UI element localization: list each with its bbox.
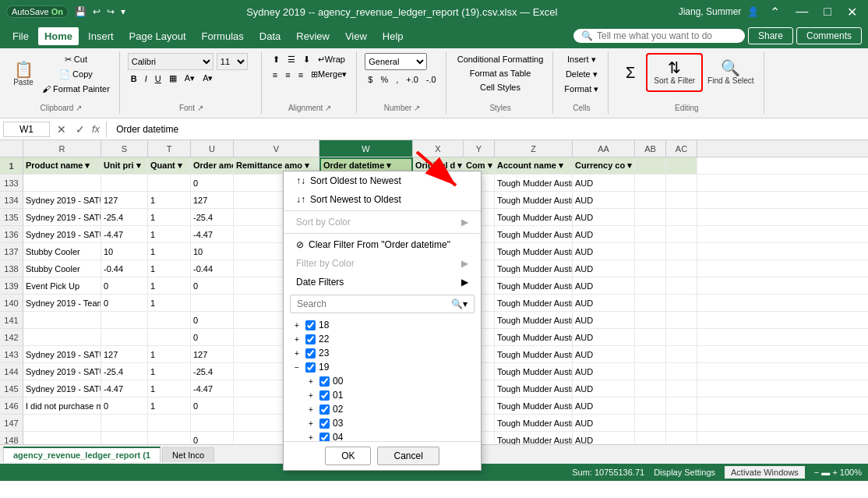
cell-U134[interactable]: 127 [191,192,234,208]
cell-T146[interactable]: 1 [148,397,191,414]
cell-U143[interactable]: 127 [191,346,234,362]
cell-U141[interactable]: 0 [191,312,234,328]
cell-AC148[interactable] [666,432,697,444]
cell-R142[interactable] [23,329,101,345]
align-center-button[interactable]: ≡ [282,69,293,81]
cell-AC144[interactable] [666,363,697,380]
fill-color-button[interactable]: A▾ [182,72,198,85]
formula-input[interactable] [113,122,865,136]
cell-AA144[interactable]: AUD [573,363,635,380]
cell-AA136[interactable]: AUD [573,226,635,242]
cell-AB139[interactable] [635,277,666,294]
cell-R136[interactable]: Sydney 2019 - SATUR [23,226,101,242]
cell-T144[interactable]: 1 [148,363,191,380]
merge-button[interactable]: ⊞Merge▾ [308,68,350,81]
cell-AC136[interactable] [666,226,697,242]
cell-AA133[interactable]: AUD [573,175,635,191]
cell-U148[interactable]: 0 [191,432,234,444]
undo-icon[interactable]: ↩ [93,6,101,17]
menu-view[interactable]: View [339,27,373,45]
cell-R134[interactable]: Sydney 2019 - SATUR [23,192,101,208]
col-header-Y[interactable]: Y [464,140,495,157]
cell-U145[interactable]: -4.47 [191,380,234,397]
conditional-formatting-button[interactable]: Conditional Formatting [454,53,547,65]
cell-AC140[interactable] [666,295,697,311]
menu-file[interactable]: File [6,27,35,45]
cell-AB138[interactable] [635,260,666,277]
cell-U142[interactable]: 0 [191,329,234,345]
cell-AB147[interactable] [635,415,666,431]
cell-Z146[interactable]: Tough Mudder Austr [495,397,573,414]
cell-U136[interactable]: -4.47 [191,226,234,242]
filter-search-input[interactable] [297,298,451,309]
checkbox-02[interactable]: + 02 [290,402,475,416]
customize-icon[interactable]: ▾ [121,6,125,17]
cell-S133[interactable] [101,175,148,191]
cell-AA140[interactable]: AUD [573,295,635,311]
format-painter-button[interactable]: 🖌 Format Painter [39,83,113,95]
cell-Z141[interactable]: Tough Mudder Austr [495,312,573,328]
cell-T147[interactable] [148,415,191,431]
col-header-U[interactable]: U [191,140,234,157]
cell-Z1[interactable]: Account name ▾ [495,157,573,174]
cell-R145[interactable]: Sydney 2019 - SATUR [23,380,101,397]
cell-AC146[interactable] [666,397,697,414]
cell-U135[interactable]: -25.4 [191,209,234,225]
zoom-controls[interactable]: − ▬ + 100% [814,468,862,477]
increase-decimal-button[interactable]: +.0 [403,73,422,86]
delete-button[interactable]: Delete ▾ [561,68,602,81]
cell-AA141[interactable]: AUD [573,312,635,328]
cell-S146[interactable]: 0 [101,397,148,414]
cell-AA134[interactable]: AUD [573,192,635,208]
cell-Z137[interactable]: Tough Mudder Austr [495,243,573,260]
cell-S145[interactable]: -4.47 [101,380,148,397]
cell-AB148[interactable] [635,432,666,444]
cell-AA142[interactable]: AUD [573,329,635,345]
number-format-select[interactable]: General [365,53,427,70]
cell-AA143[interactable]: AUD [573,346,635,362]
col-header-V[interactable]: V [234,140,319,157]
cell-S137[interactable]: 10 [101,243,148,260]
cell-S1[interactable]: Unit pri ▾ [101,157,148,174]
expander-18[interactable]: + [291,321,302,330]
ribbon-toggle-button[interactable]: ⌃ [765,3,785,21]
confirm-formula-button[interactable]: ✓ [72,122,89,137]
cell-U133[interactable]: 0 [191,175,234,191]
col-header-AB[interactable]: AB [635,140,666,157]
display-settings-label[interactable]: Display Settings [654,468,715,477]
cell-S140[interactable]: 0 [101,295,148,311]
cell-S143[interactable]: 127 [101,346,148,362]
font-size-select[interactable]: 11 [217,53,248,70]
menu-search-bar[interactable]: 🔍 [573,29,745,43]
bold-button[interactable]: B [128,72,140,85]
cell-AB1[interactable] [635,157,666,174]
cell-reference-input[interactable] [3,122,50,137]
profile-icon[interactable]: 👤 [747,6,759,17]
col-header-AC[interactable]: AC [666,140,697,157]
cell-AB133[interactable] [635,175,666,191]
cell-AB136[interactable] [635,226,666,242]
filter-by-color-item[interactable]: Filter by Color ▶ [284,254,481,273]
cell-R144[interactable]: Sydney 2019 - SATUR [23,363,101,380]
sum-button[interactable]: Σ [616,62,644,83]
col-header-AA[interactable]: AA [573,140,635,157]
cell-U147[interactable] [191,415,234,431]
cell-R147[interactable] [23,415,101,431]
expander-23[interactable]: + [291,349,302,358]
clear-filter-item[interactable]: ⊘ Clear Filter From "Order datetime" [284,235,481,254]
align-bottom-button[interactable]: ⬇ [300,53,313,66]
cell-AA137[interactable]: AUD [573,243,635,260]
cell-T1[interactable]: Quant ▾ [148,157,191,174]
cell-Z145[interactable]: Tough Mudder Austr [495,380,573,397]
menu-home[interactable]: Home [38,27,79,45]
italic-button[interactable]: I [142,72,150,85]
cell-S144[interactable]: -25.4 [101,363,148,380]
insert-button[interactable]: Insert ▾ [561,53,602,66]
close-button[interactable]: ✕ [842,3,862,21]
cell-R137[interactable]: Stubby Cooler [23,243,101,260]
checkbox-18[interactable]: + 18 [290,318,475,332]
cell-AA146[interactable]: AUD [573,397,635,414]
checkbox-19[interactable]: − 19 [290,360,475,374]
date-filters-item[interactable]: Date Filters ▶ [284,273,481,291]
menu-review[interactable]: Review [290,27,336,45]
